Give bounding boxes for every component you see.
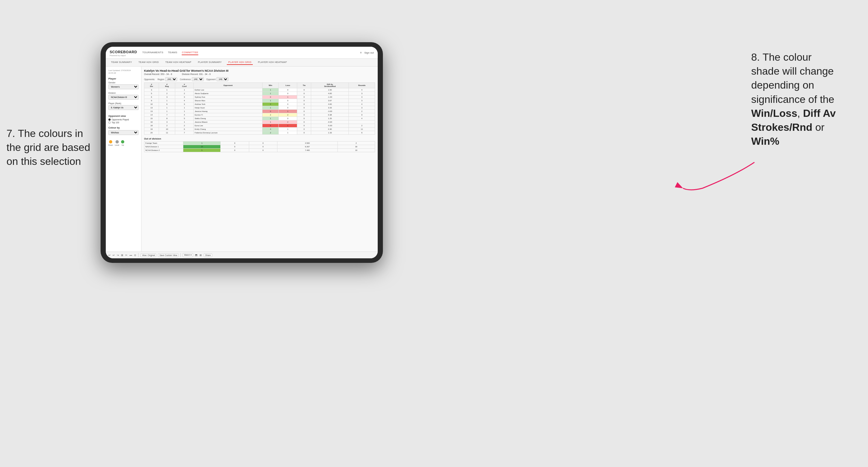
table-row: 19 10 6 Emily Chang 4 1 0 0.30 11 (145, 128, 375, 131)
top-100-radio[interactable]: Top 100 (108, 121, 138, 124)
division-select[interactable]: NCAA Division III (108, 95, 138, 100)
nav-teams[interactable]: TEAMS (168, 50, 177, 55)
cell-loss: 1 (278, 131, 297, 135)
cell-rounds: 2 (349, 110, 375, 113)
legend-down-dot (109, 140, 112, 144)
share-btn[interactable]: Share (204, 253, 212, 257)
sub-nav-player-h2h-heatmap[interactable]: PLAYER H2H HEATMAP (257, 60, 288, 65)
ood-loss: 0 (221, 149, 249, 152)
refresh-icon[interactable]: ⊙ (134, 254, 136, 257)
annotation-left-line1: 7. The colours in (6, 128, 83, 139)
more-icon[interactable]: ••• (129, 254, 132, 257)
cell-reg: 7 (159, 113, 175, 117)
cell-diff: 0.30 (311, 128, 349, 131)
region-filter-label: Region (158, 78, 164, 81)
legend-up-label: Up (122, 144, 124, 146)
cell-tie: 0 (297, 128, 311, 131)
region-select[interactable]: (All) (165, 77, 177, 81)
cell-opponent: Sydney Kuo (193, 95, 262, 99)
ood-win: 1 (183, 142, 221, 145)
sub-nav-team-summary[interactable]: TEAM SUMMARY (110, 60, 133, 65)
cell-win: 0 (262, 124, 278, 128)
sub-nav-player-summary[interactable]: PLAYER SUMMARY (197, 60, 223, 65)
nav-committee[interactable]: COMMITTEE (182, 50, 198, 55)
top-nav: SCOREBOARD Powered by clippd TOURNAMENTS… (106, 47, 378, 59)
nav-tournaments[interactable]: TOURNAMENTS (142, 50, 163, 55)
cell-tie: 0 (297, 88, 311, 92)
tablet-screen: SCOREBOARD Powered by clippd TOURNAMENTS… (106, 47, 378, 258)
cell-conf: 1 (175, 106, 194, 110)
ood-rounds: 2 (338, 142, 375, 145)
cell-win: 2 (262, 102, 278, 106)
annotation-right-bold2: Diff Av (803, 107, 836, 119)
grid-icon[interactable]: ⊞ (121, 254, 123, 257)
legend-level: Level (115, 140, 119, 146)
cell-tie: 0 (297, 95, 311, 99)
cell-conf: 1 (175, 120, 194, 124)
table-row: 3 1 1 Esther Lee 1 0 0 1.50 4 (145, 88, 375, 92)
cell-div: 13 (145, 106, 159, 110)
sub-nav-team-h2h-grid[interactable]: TEAM H2H GRID (137, 60, 160, 65)
sub-nav: TEAM SUMMARY TEAM H2H GRID TEAM H2H HEAT… (106, 59, 378, 66)
col-win: Win (262, 83, 278, 88)
sub-nav-team-h2h-heatmap[interactable]: TEAM H2H HEATMAP (164, 60, 193, 65)
top-100-label: Top 100 (112, 121, 119, 124)
conference-filter-label: Conference (180, 78, 191, 81)
col-div: #Div (145, 83, 159, 88)
cell-rounds: 4 (349, 117, 375, 120)
colour-by-select[interactable]: Win/loss (108, 130, 138, 135)
cell-rounds: 6 (349, 131, 375, 135)
region-filter: Region (All) (158, 77, 178, 81)
cell-div: 20 (145, 131, 159, 135)
top-100-radio-dot (108, 121, 111, 124)
export-icon[interactable]: ⬒ (195, 254, 197, 257)
cell-loss: 1 (278, 95, 297, 99)
undo-icon[interactable]: ↩ (108, 254, 111, 257)
sub-nav-player-h2h-grid[interactable]: PLAYER H2H GRID (227, 60, 252, 65)
cell-tie: 0 (297, 102, 311, 106)
cell-diff: 3.67 (311, 99, 349, 102)
conference-select[interactable]: (All) (192, 77, 204, 81)
cell-tie: 0 (297, 99, 311, 102)
ood-diff: 7.400 (277, 149, 338, 152)
cell-conf: 7 (175, 131, 194, 135)
opponents-label: Opponents: (144, 78, 155, 81)
col-loss: Loss (278, 83, 297, 88)
cell-reg: 1 (159, 99, 175, 102)
opponents-played-radio-dot (108, 119, 111, 121)
opponent-select[interactable]: (All) (216, 77, 228, 81)
player-section-title: Player (108, 77, 138, 80)
cell-tie: 0 (297, 113, 311, 117)
cell-loss: 0 (278, 106, 297, 110)
cell-tie: 0 (297, 117, 311, 120)
division-record: Division Record: 331 - 34 - 6 (182, 73, 211, 75)
grid-title: Katelyn Vo Head-to-Head Grid for Women's… (144, 69, 375, 72)
watch-btn[interactable]: Watch ▾ (183, 253, 193, 257)
redo2-icon[interactable]: ↪ (117, 254, 119, 257)
redo1-icon[interactable]: ↩ (113, 254, 115, 257)
gender-select[interactable]: Women's (108, 84, 138, 89)
annotation-right-bold1: Win/Loss (751, 107, 797, 119)
main-content: Last Updated: 27/03/2024 16:55:38 Player… (106, 66, 378, 251)
cell-reg: 10 (159, 128, 175, 131)
col-conf: #Conf (175, 83, 194, 88)
cell-win: 2 (262, 113, 278, 117)
sign-out-link[interactable]: Sign out (364, 51, 374, 54)
cell-conf: 3 (175, 95, 194, 99)
cell-rounds: 4 (349, 102, 375, 106)
col-tie: Tie (297, 83, 311, 88)
menu-icon[interactable]: ≡ (360, 51, 362, 54)
colour-by-title: Colour by (108, 126, 138, 129)
view-original-btn[interactable]: View: Original (141, 253, 156, 257)
cell-reg: 1 (159, 110, 175, 113)
player-rank-select[interactable]: 8. Katelyn Vo (108, 105, 138, 110)
cell-diff: -5.00 (311, 124, 349, 128)
save-custom-btn[interactable]: Save Custom View (158, 253, 179, 257)
cell-loss: 1 (278, 128, 297, 131)
opponents-played-radio[interactable]: Opponents Played (108, 119, 138, 121)
cut-icon[interactable]: ✂ (125, 254, 127, 257)
last-updated: Last Updated: 27/03/2024 16:55:38 (108, 69, 138, 75)
ood-table: Foreign Team 1 0 0 4.500 2 NAIA Division… (144, 141, 375, 152)
cell-opponent: Eunice Yi (193, 113, 262, 117)
grid2-icon[interactable]: ⊞ (199, 254, 202, 257)
